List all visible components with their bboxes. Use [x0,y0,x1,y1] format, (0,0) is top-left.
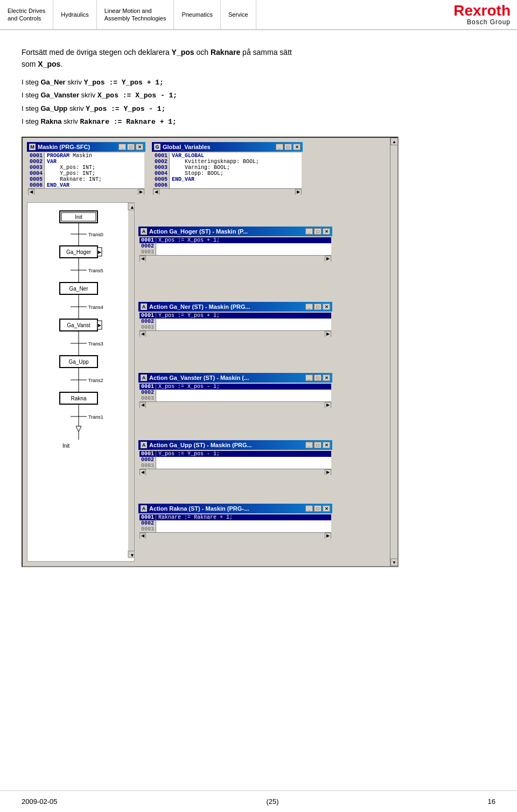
maskin-code-table: 0001PROGRAM Maskin 0002VAR 0003 X_pos: I… [28,153,144,188]
action-rakna-controls[interactable]: _ □ ✕ [305,505,330,512]
svg-text:Trans4: Trans4 [88,305,103,310]
code-row: 0001Raknare := Raknare + 1; [139,514,331,520]
action-vanster-title: Action Ga_Vanster (ST) - Maskin (... [149,375,249,381]
maximize-btn[interactable]: □ [127,144,135,150]
maximize-btn[interactable]: □ [314,303,322,310]
action-ner-titlebar: A Action Ga_Ner (ST) - Maskin (PRG... _ … [138,302,332,312]
main-vscrollbar[interactable]: ▲ ▼ [390,138,397,566]
code-row: 0002 [139,390,331,396]
scroll-down-btn[interactable]: ▼ [390,559,398,566]
maximize-btn[interactable]: □ [284,144,292,150]
action-vanster-content: 0001X_pos := X_pos - 1; 0002 0003 ◀ ▶ [139,384,331,408]
action-icon: A [141,442,147,448]
header-service[interactable]: Service [221,0,256,29]
close-btn[interactable]: ✕ [293,144,301,150]
instruction-1: I steg Ga_Ner skriv Y_pos := Y_pos + 1; [22,76,495,89]
close-btn[interactable]: ✕ [323,505,330,512]
action-rakna-hscrollbar[interactable]: ◀ ▶ [139,532,331,539]
code-row: 0006 [153,182,302,188]
svg-text:Ga_Upp: Ga_Upp [68,359,89,365]
maskin-controls[interactable]: _ □ ✕ [118,144,143,150]
code-row: 0003 [139,324,331,330]
code-row: 0003 [139,249,331,255]
code-instructions: I steg Ga_Ner skriv Y_pos := Y_pos + 1; … [22,76,495,129]
maskin-hscrollbar[interactable]: ◀ ▶ [28,188,144,195]
code-row: 0006END_VAR [28,182,144,188]
close-btn[interactable]: ✕ [323,228,330,235]
code-row: 0003 [139,526,331,532]
close-btn[interactable]: ✕ [136,144,143,150]
header-hydraulics[interactable]: Hydraulics [53,0,96,29]
global-icon: G [154,144,160,150]
minimize-btn[interactable]: _ [305,228,313,235]
code-row: 0002 Kvitteringsknapp: BOOL; [153,159,302,165]
instruction-3: I steg Ga_Upp skriv Y_pos := Y_pos - 1; [22,102,495,115]
action-vanster-controls[interactable]: _ □ ✕ [305,375,330,381]
action-hoger-controls[interactable]: _ □ ✕ [305,228,330,235]
main-content: Fortsätt med de övriga stegen och deklar… [0,30,517,589]
svg-text:▶: ▶ [98,323,102,328]
maximize-btn[interactable]: □ [314,228,322,235]
action-hoger-content: 0001X_pos := X_pos + 1; 0002 0003 ◀ ▶ [139,237,331,262]
scroll-track [390,145,397,559]
close-btn[interactable]: ✕ [323,442,330,448]
action-rakna-titlebar: A Action Rakna (ST) - Maskin (PRG-... _ … [138,504,332,513]
action-rakna-table: 0001Raknare := Raknare + 1; 0002 0003 [139,514,331,532]
action-icon: A [141,303,147,310]
sfc-svg: Init Trans0 Ga_Hoger ▶ Trans5 [27,203,135,558]
brand-name: Rexroth [453,3,511,18]
svg-text:▶: ▶ [98,250,102,255]
global-controls[interactable]: _ □ ✕ [276,144,301,150]
code-row: 0003 [139,396,331,401]
svg-text:Trans0: Trans0 [88,232,103,237]
action-vanster-hscrollbar[interactable]: ◀ ▶ [139,401,331,408]
maximize-btn[interactable]: □ [314,505,322,512]
minimize-btn[interactable]: _ [305,505,313,512]
svg-text:Init: Init [75,214,82,220]
action-rakna-content: 0001Raknare := Raknare + 1; 0002 0003 ◀ … [139,514,331,539]
action-upp-hscrollbar[interactable]: ◀ ▶ [139,469,331,475]
code-row: 0001X_pos := X_pos - 1; [139,384,331,390]
scroll-up-btn[interactable]: ▲ [390,138,398,145]
global-hscrollbar[interactable]: ◀ ▶ [153,188,302,195]
maximize-btn[interactable]: □ [314,442,322,448]
action-hoger-window: A Action Ga_Hoger (ST) - Maskin (P... _ … [138,227,332,263]
minimize-btn[interactable]: _ [305,442,313,448]
page-header: Electric Drives and Controls Hydraulics … [0,0,517,30]
code-row: 0001Y_pos := Y_pos - 1; [139,451,331,457]
action-vanster-titlebar: A Action Ga_Vanster (ST) - Maskin (... _… [138,373,332,383]
header-electric-drives[interactable]: Electric Drives and Controls [0,0,53,29]
global-window: G Global_Variables _ □ ✕ 0001VAR_GLOBAL … [152,142,303,196]
svg-text:Ga_Ner: Ga_Ner [69,286,88,292]
svg-text:Trans5: Trans5 [88,268,103,273]
maximize-btn[interactable]: □ [314,375,322,381]
code-row: 0003 X_pos: INT; [28,165,144,171]
minimize-btn[interactable]: _ [305,375,313,381]
code-row: 0001VAR_GLOBAL [153,153,302,159]
close-btn[interactable]: ✕ [323,303,330,310]
action-upp-controls[interactable]: _ □ ✕ [305,442,330,448]
svg-marker-41 [76,426,81,432]
xpos-bold: X_pos [38,60,60,68]
ypos-bold: Y_pos [172,48,194,57]
code-row: 0002 [139,243,331,249]
minimize-btn[interactable]: _ [305,303,313,310]
minimize-btn[interactable]: _ [118,144,126,150]
code-row: 0004 Stopp: BOOL; [153,171,302,176]
code-row: 0003 Varning: BOOL; [153,165,302,171]
header-pneumatics[interactable]: Pneumatics [174,0,220,29]
footer-number: 16 [488,797,495,806]
instruction-4: I steg Rakna skriv Raknare := Raknare + … [22,115,495,128]
action-ner-controls[interactable]: _ □ ✕ [305,303,330,310]
minimize-btn[interactable]: _ [276,144,283,150]
close-btn[interactable]: ✕ [323,375,330,381]
global-code-table: 0001VAR_GLOBAL 0002 Kvitteringsknapp: BO… [153,153,302,188]
maskin-title: Maskin (PRG-SFC) [38,144,90,150]
code-row: 0001PROGRAM Maskin [28,153,144,159]
action-hoger-hscrollbar[interactable]: ◀ ▶ [139,255,331,262]
action-rakna-window: A Action Rakna (ST) - Maskin (PRG-... _ … [138,504,332,540]
header-linear-motion[interactable]: Linear Motion and Assembly Technologies [97,0,174,29]
action-ner-hscrollbar[interactable]: ◀ ▶ [139,330,331,337]
action-upp-window: A Action Ga_Upp (ST) - Maskin (PRG... _ … [138,440,332,476]
maskin-window: M Maskin (PRG-SFC) _ □ ✕ 0001PROGRAM Mas… [27,142,145,196]
